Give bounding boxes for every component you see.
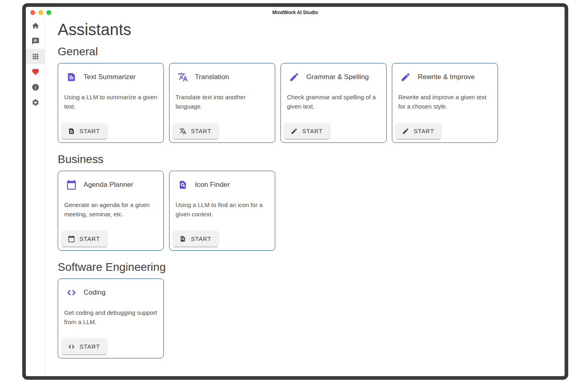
start-button[interactable]: START	[285, 123, 330, 139]
icon-search-icon	[179, 235, 186, 243]
traffic-lights	[26, 10, 51, 15]
section: Software EngineeringCodingGet coding and…	[58, 260, 565, 358]
zoom-window-button[interactable]	[46, 10, 51, 15]
start-button[interactable]: START	[62, 339, 107, 354]
card-actions: START	[58, 228, 163, 250]
sidebar-item-assistants[interactable]	[26, 49, 45, 64]
sidebar-item-chats[interactable]	[26, 33, 45, 49]
apps-icon	[31, 52, 40, 61]
pencil-icon	[289, 72, 299, 82]
card-title: Translation	[195, 73, 229, 81]
start-button-label: START	[191, 236, 211, 242]
sidebar	[26, 18, 45, 376]
card-actions: START	[58, 120, 163, 142]
gear-icon	[31, 98, 40, 107]
card-actions: START	[169, 228, 275, 250]
card-title: Grammar & Spelling	[306, 73, 369, 81]
assistant-card: CodingGet coding and debugging support f…	[58, 278, 164, 358]
card-actions: START	[169, 120, 275, 142]
sidebar-item-home[interactable]	[26, 18, 45, 33]
section: BusinessAgenda PlannerGenerate an agenda…	[58, 153, 565, 251]
sidebar-item-settings[interactable]	[26, 95, 45, 110]
info-icon	[31, 83, 40, 91]
card-description: Using a LLM to summarize a given text.	[58, 92, 163, 120]
pencil-icon	[402, 128, 409, 135]
card-actions: START	[392, 120, 498, 142]
card-actions: START	[281, 120, 386, 142]
translate-icon	[178, 72, 188, 82]
minimize-window-button[interactable]	[38, 10, 43, 15]
article-icon	[68, 128, 75, 135]
article-icon	[66, 72, 77, 82]
card-title: Agenda Planner	[84, 181, 133, 189]
start-button[interactable]: START	[173, 123, 218, 139]
sidebar-item-about[interactable]	[26, 80, 45, 95]
card-description: Rewrite and improve a given text for a c…	[392, 92, 498, 120]
pencil-icon	[291, 128, 298, 135]
calendar-icon	[68, 235, 75, 243]
window-title: MindWork AI Studio	[26, 10, 565, 15]
start-button-label: START	[80, 343, 100, 350]
assistant-card: Rewrite & ImproveRewrite and improve a g…	[392, 63, 498, 143]
start-button-label: START	[80, 128, 100, 134]
section: GeneralText SummarizerUsing a LLM to sum…	[58, 45, 565, 143]
card-header: Grammar & Spelling	[281, 63, 386, 82]
home-icon	[31, 22, 40, 30]
card-header: Text Summarizer	[58, 63, 163, 82]
start-button[interactable]: START	[173, 231, 218, 247]
card-header: Coding	[58, 279, 163, 298]
assistant-sections: GeneralText SummarizerUsing a LLM to sum…	[58, 45, 565, 358]
app-window: MindWork AI Studio Assistants GeneralTex…	[22, 3, 568, 380]
translate-icon	[179, 128, 186, 135]
card-header: Rewrite & Improve	[392, 63, 498, 82]
assistant-card: Grammar & SpellingCheck grammar and spel…	[280, 63, 387, 143]
card-title: Text Summarizer	[84, 73, 136, 81]
title-bar: MindWork AI Studio	[26, 7, 565, 18]
card-description: Generate an agenda for a given meeting, …	[58, 200, 163, 228]
assistant-card: Text SummarizerUsing a LLM to summarize …	[58, 63, 164, 143]
assistant-card: Agenda PlannerGenerate an agenda for a g…	[58, 171, 164, 251]
card-description: Using a LLM to find an icon for a given …	[169, 200, 275, 228]
code-icon	[66, 287, 77, 298]
card-header: Translation	[169, 63, 275, 82]
icon-search-icon	[178, 180, 188, 190]
card-description: Get coding and debugging support from a …	[58, 308, 163, 335]
section-header: Business	[58, 153, 565, 166]
pencil-icon	[400, 72, 411, 82]
card-actions: START	[58, 335, 163, 358]
card-header: Agenda Planner	[58, 171, 163, 190]
cards-row: Text SummarizerUsing a LLM to summarize …	[58, 63, 565, 143]
card-header: Icon Finder	[169, 171, 275, 190]
start-button-label: START	[414, 128, 434, 134]
start-button[interactable]: START	[396, 123, 441, 139]
section-header: Software Engineering	[58, 260, 565, 274]
cards-row: CodingGet coding and debugging support f…	[58, 278, 565, 358]
start-button-label: START	[191, 128, 211, 134]
main-content: Assistants GeneralText SummarizerUsing a…	[45, 18, 565, 376]
start-button[interactable]: START	[62, 123, 107, 139]
sidebar-item-favorites[interactable]	[26, 64, 45, 80]
close-window-button[interactable]	[30, 10, 35, 15]
card-description: Check grammar and spelling of a given te…	[281, 92, 386, 120]
start-button[interactable]: START	[62, 231, 107, 247]
start-button-label: START	[80, 236, 100, 242]
start-button-label: START	[302, 128, 323, 134]
card-title: Icon Finder	[195, 181, 230, 189]
app-body: Assistants GeneralText SummarizerUsing a…	[26, 18, 565, 376]
assistant-card: Icon FinderUsing a LLM to find an icon f…	[169, 171, 275, 251]
assistant-card: TranslationTranslate text into another l…	[169, 63, 275, 143]
card-title: Rewrite & Improve	[418, 73, 475, 81]
code-icon	[68, 343, 75, 350]
page-title: Assistants	[58, 20, 565, 39]
chat-icon	[31, 37, 40, 45]
heart-icon	[31, 68, 40, 76]
card-title: Coding	[84, 289, 105, 297]
card-description: Translate text into another language.	[169, 92, 275, 120]
calendar-icon	[66, 180, 77, 190]
section-header: General	[58, 45, 565, 58]
cards-row: Agenda PlannerGenerate an agenda for a g…	[58, 171, 565, 251]
